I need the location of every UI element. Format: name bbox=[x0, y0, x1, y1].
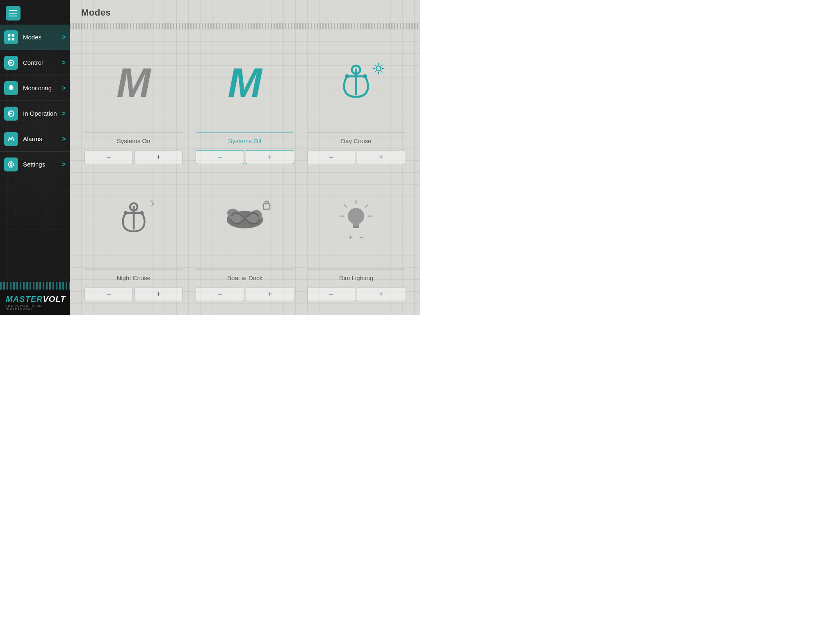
systems-off-plus[interactable]: + bbox=[246, 150, 294, 164]
svg-line-21 bbox=[381, 71, 383, 72]
svg-point-14 bbox=[363, 74, 367, 78]
bell-icon bbox=[7, 84, 15, 92]
main-header: Modes bbox=[70, 0, 420, 23]
boat-at-dock-icon-area bbox=[222, 174, 267, 265]
svg-line-20 bbox=[375, 64, 376, 66]
boat-at-dock-divider bbox=[196, 269, 294, 269]
main-content: Modes M Systems On − + M Systems Off − + bbox=[70, 0, 420, 315]
sidebar-item-alarms[interactable]: Alarms > bbox=[0, 126, 70, 152]
sidebar-item-control[interactable]: Control > bbox=[0, 50, 70, 75]
systems-off-letter: M bbox=[228, 62, 262, 103]
dim-lighting-controls: − + bbox=[307, 287, 405, 301]
systems-off-icon: M bbox=[228, 37, 262, 128]
svg-rect-2 bbox=[8, 38, 11, 40]
systems-off-divider bbox=[196, 132, 294, 132]
sidebar-bottom-dots bbox=[0, 282, 70, 290]
in-operation-icon-box bbox=[4, 107, 18, 121]
sidebar-label-in-operation: In Operation bbox=[23, 110, 57, 117]
sidebar-label-settings: Settings bbox=[23, 161, 57, 168]
anchor-gray-icon bbox=[119, 201, 148, 236]
svg-point-5 bbox=[10, 62, 12, 63]
control-icon-box bbox=[4, 56, 18, 70]
night-cruise-minus[interactable]: − bbox=[84, 287, 133, 301]
sidebar-item-in-operation[interactable]: In Operation > bbox=[0, 101, 70, 126]
systems-on-controls: − + bbox=[84, 150, 183, 164]
sidebar-label-monitoring: Monitoring bbox=[23, 84, 57, 91]
svg-rect-0 bbox=[8, 34, 11, 37]
systems-off-label: Systems Off bbox=[228, 137, 261, 144]
mode-card-systems-on: M Systems On − + bbox=[78, 33, 189, 170]
systems-on-icon: M bbox=[116, 37, 151, 128]
hamburger-button[interactable] bbox=[6, 6, 21, 21]
sidebar-item-settings[interactable]: Settings > bbox=[0, 152, 70, 177]
mode-card-boat-at-dock: Boat at Dock − + bbox=[189, 170, 300, 307]
sidebar-item-modes[interactable]: Modes > bbox=[0, 25, 70, 50]
operation-icon bbox=[7, 110, 15, 118]
dim-lighting-minus[interactable]: − bbox=[307, 287, 356, 301]
svg-point-29 bbox=[140, 211, 144, 215]
svg-point-13 bbox=[345, 74, 349, 78]
day-cruise-plus[interactable]: + bbox=[357, 150, 405, 164]
sidebar-label-control: Control bbox=[23, 59, 57, 66]
night-cruise-divider bbox=[84, 269, 183, 269]
sidebar-label-alarms: Alarms bbox=[23, 135, 57, 142]
alarms-chevron: > bbox=[62, 135, 66, 143]
day-cruise-label: Day Cruise bbox=[341, 137, 371, 144]
dim-lighting-icon-area: + − bbox=[338, 174, 374, 265]
svg-line-23 bbox=[381, 64, 383, 66]
bulb-wrapper: + − bbox=[338, 196, 374, 242]
in-operation-chevron: > bbox=[62, 110, 66, 117]
dim-lighting-label: Dim Lighting bbox=[339, 274, 373, 281]
night-cruise-label: Night Cruise bbox=[116, 274, 151, 281]
top-dots-divider bbox=[70, 23, 420, 29]
svg-rect-3 bbox=[12, 38, 14, 40]
sun-icon bbox=[372, 62, 385, 75]
systems-off-minus[interactable]: − bbox=[196, 150, 244, 164]
dim-lighting-plus[interactable]: + bbox=[357, 287, 405, 301]
boat-at-dock-minus[interactable]: − bbox=[196, 287, 244, 301]
svg-line-38 bbox=[365, 205, 368, 207]
alarms-icon-box bbox=[4, 132, 18, 146]
night-cruise-icon-area: ☽ bbox=[119, 174, 148, 265]
night-cruise-controls: − + bbox=[84, 287, 183, 301]
bulb-icon-group bbox=[338, 196, 374, 235]
svg-line-22 bbox=[375, 71, 376, 72]
boat-at-dock-controls: − + bbox=[196, 287, 294, 301]
grid-icon bbox=[7, 33, 15, 41]
bulb-rays-icon bbox=[338, 196, 374, 233]
monitoring-icon-box bbox=[4, 81, 18, 95]
mode-card-day-cruise: Day Cruise − + bbox=[301, 33, 412, 170]
dim-lighting-divider bbox=[307, 269, 405, 269]
night-icon-wrapper: ☽ bbox=[119, 201, 148, 237]
systems-on-minus[interactable]: − bbox=[84, 150, 133, 164]
svg-point-8 bbox=[10, 163, 12, 165]
day-cruise-minus[interactable]: − bbox=[307, 150, 356, 164]
page-title: Modes bbox=[81, 7, 409, 18]
lock-icon bbox=[262, 199, 272, 210]
svg-point-7 bbox=[10, 112, 12, 114]
systems-on-plus[interactable]: + bbox=[135, 150, 183, 164]
night-cruise-plus[interactable]: + bbox=[135, 287, 183, 301]
settings-chevron: > bbox=[62, 161, 66, 168]
logo-tagline: The Power to Be Independent bbox=[6, 304, 64, 310]
settings-icon-box bbox=[4, 158, 18, 171]
svg-point-28 bbox=[123, 211, 127, 215]
sidebar-nav: Modes > Control > Monitoring bbox=[0, 25, 70, 282]
svg-rect-1 bbox=[12, 34, 14, 37]
modes-chevron: > bbox=[62, 34, 66, 41]
svg-rect-35 bbox=[353, 224, 359, 226]
systems-on-label: Systems On bbox=[117, 137, 151, 144]
svg-rect-36 bbox=[353, 226, 359, 228]
sidebar-item-monitoring[interactable]: Monitoring > bbox=[0, 75, 70, 101]
sidebar-label-modes: Modes bbox=[23, 34, 57, 41]
systems-on-divider bbox=[84, 132, 183, 132]
moon-icon: ☽ bbox=[146, 199, 155, 210]
boat-at-dock-plus[interactable]: + bbox=[246, 287, 294, 301]
systems-off-controls: − + bbox=[196, 150, 294, 164]
mode-card-night-cruise: ☽ Night Cruise − + bbox=[78, 170, 189, 307]
day-cruise-divider bbox=[307, 132, 405, 132]
logo-name: MASTERVOLT bbox=[6, 294, 64, 304]
day-cruise-controls: − + bbox=[307, 150, 405, 164]
mode-card-systems-off: M Systems Off − + bbox=[189, 33, 300, 170]
systems-on-letter: M bbox=[116, 62, 151, 103]
